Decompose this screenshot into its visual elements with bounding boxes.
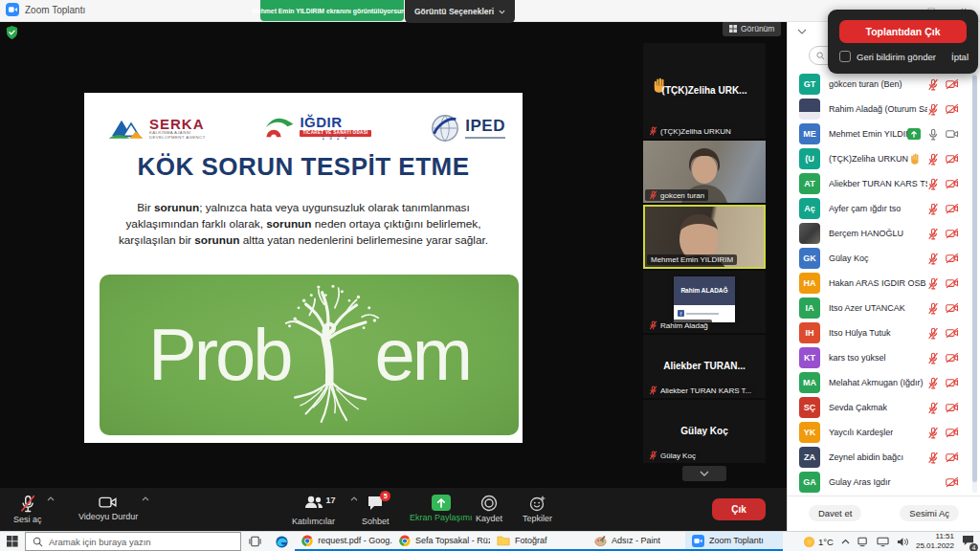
- mic-icon: [927, 327, 939, 340]
- edge-browser-button[interactable]: [268, 532, 295, 551]
- participant-row[interactable]: GT gökcen turan (Ben): [788, 72, 980, 97]
- mic-icon: [927, 203, 939, 215]
- taskbar-app[interactable]: Fotoğraf: [490, 532, 588, 551]
- taskbar-app[interactable]: Zoom Toplantı: [685, 532, 783, 551]
- video-tile[interactable]: Aliekber TURAN... Aliekber TURAN KARS T.…: [643, 335, 766, 398]
- participant-row[interactable]: AT Aliekber TURAN KARS TSO: [788, 171, 980, 196]
- zoom-icon: [692, 535, 704, 547]
- tile-name: Aliekber TURAN...: [643, 361, 766, 371]
- video-tile[interactable]: (TÇK)Zeliha URK... (TÇK)Zeliha URKUN: [643, 43, 766, 139]
- participants-panel: Katıl GT gökcen turan (Ben) Rahim Aladağ…: [787, 21, 980, 531]
- participant-name: Gülay Koç: [829, 253, 869, 263]
- chat-button[interactable]: 5 Sohbet: [362, 495, 390, 526]
- chrome-icon: [301, 535, 313, 547]
- mic-icon: [927, 178, 939, 190]
- mic-muted-icon: [649, 126, 657, 136]
- participant-row[interactable]: KT kars tso yüksel: [788, 345, 980, 370]
- taskbar-app[interactable]: Adsız - Paint: [588, 532, 685, 551]
- view-layout-button[interactable]: Görünüm: [723, 21, 781, 36]
- slide-title: KÖK SORUN TESPİT ETME: [84, 152, 523, 182]
- participant-row[interactable]: GA Gulay Aras Igdır: [788, 470, 980, 495]
- reactions-button[interactable]: Tepkiler: [523, 495, 552, 523]
- collapse-panel-icon[interactable]: [797, 29, 807, 34]
- notification-badge: 4: [969, 543, 978, 551]
- participant-name: Gulay Aras Igdır: [829, 477, 891, 487]
- taskbar-search-input[interactable]: Aramak için buraya yazın: [25, 532, 241, 551]
- feedback-checkbox[interactable]: [839, 51, 851, 62]
- start-button[interactable]: [0, 532, 25, 551]
- video-tile[interactable]: Rahim ALADAĞ f Rahim Aladağ: [643, 271, 766, 333]
- mic-muted-icon: [649, 451, 657, 460]
- device-icon[interactable]: [858, 537, 869, 547]
- video-tile[interactable]: Mehmet Emin YILDIRIM: [643, 205, 766, 269]
- task-view-icon: [249, 536, 261, 547]
- participant-row[interactable]: HA Hakan ARAS IGDIR OSB: [788, 271, 980, 296]
- camera-icon: [946, 476, 959, 488]
- taskbar-app[interactable]: Sefa Topsakal - Rüz...: [392, 532, 490, 551]
- leave-meeting-button[interactable]: Toplantıdan Çık: [839, 20, 967, 43]
- chevron-up-icon[interactable]: [47, 496, 55, 501]
- taskbar-app-label: request.pdf - Goog...: [318, 536, 392, 545]
- invite-button[interactable]: Davet et: [809, 505, 861, 521]
- search-icon: [33, 537, 43, 547]
- share-screen-button[interactable]: Ekran Paylaşımı: [410, 495, 473, 522]
- participant-row[interactable]: IA Itso Azer UTANCAK: [788, 296, 980, 320]
- video-tile[interactable]: gokcen turan: [643, 141, 766, 203]
- weather-icon: [804, 537, 814, 547]
- stop-video-button[interactable]: Videoyu Durdur: [78, 495, 138, 521]
- participant-row[interactable]: GK Gülay Koç: [788, 246, 980, 271]
- feedback-label: Geri bildirim gönder: [857, 52, 936, 62]
- participant-row[interactable]: Aç Ayfer çam ığdır tso: [788, 196, 980, 221]
- screen-share-icon: [907, 128, 921, 140]
- raised-hand-icon: [910, 153, 921, 165]
- participant-row[interactable]: YK Yaycılı Kardeşler: [788, 420, 980, 445]
- network-icon[interactable]: [877, 537, 889, 547]
- taskbar-app-label: Sefa Topsakal - Rüz...: [415, 536, 490, 545]
- participant-row[interactable]: IH Itso Hülya Tutuk: [788, 320, 980, 345]
- unmute-button[interactable]: Sesi aç: [13, 495, 42, 524]
- participants-button[interactable]: 17 Katılımcılar: [292, 495, 335, 526]
- chevron-up-icon[interactable]: [350, 496, 358, 501]
- camera-icon: [946, 277, 959, 289]
- mic-icon: [927, 277, 939, 290]
- avatar: MA: [799, 372, 820, 393]
- participant-name: Itso Azer UTANCAK: [829, 303, 905, 313]
- participant-row[interactable]: ME Mehmet Emin YILDIRIM: [788, 121, 980, 146]
- taskbar-clock[interactable]: 11:51 25.01.2022: [916, 532, 954, 550]
- participant-name: Itso Hülya Tutuk: [829, 328, 891, 338]
- presentation-slide: SERKA KALKINMA AJANSI DEVELOPMENT AGENCY…: [84, 93, 523, 443]
- taskbar-app-label: Adsız - Paint: [612, 536, 660, 545]
- tree-icon: [282, 279, 382, 430]
- notification-center-button[interactable]: 4: [962, 533, 974, 550]
- record-button[interactable]: Kaydet: [476, 495, 502, 523]
- participant-row[interactable]: MA Melahat Akmugan (Iğdır): [788, 370, 980, 395]
- speaker-icon[interactable]: [897, 537, 908, 547]
- chevron-up-icon[interactable]: [841, 539, 850, 544]
- camera-icon: [946, 128, 959, 140]
- view-options-button[interactable]: Görüntü Seçenekleri: [405, 0, 515, 23]
- participant-row[interactable]: Rahim Aladağ (Oturum Sahibi): [788, 97, 980, 121]
- security-shield-icon[interactable]: [6, 26, 18, 39]
- participant-row[interactable]: Berçem HANOĞLU: [788, 221, 980, 246]
- panel-scrollbar[interactable]: [972, 74, 977, 493]
- chevron-up-icon[interactable]: [142, 496, 149, 501]
- avatar: YK: [799, 422, 820, 443]
- participant-name: Yaycılı Kardeşler: [829, 428, 893, 437]
- video-tile[interactable]: Gülay Koç Gülay Koç: [643, 400, 766, 463]
- zoom-app-icon: [6, 3, 19, 16]
- leave-button[interactable]: Çık: [712, 498, 766, 520]
- more-videos-button[interactable]: [682, 466, 726, 481]
- unmute-me-button[interactable]: Sesimi Aç: [900, 505, 959, 521]
- avatar: GA: [799, 472, 820, 493]
- weather-widget[interactable]: 1°C: [804, 537, 834, 547]
- mic-muted-icon: [649, 320, 657, 330]
- taskbar-app[interactable]: request.pdf - Goog...: [295, 532, 392, 551]
- problem-text-right: em: [374, 319, 470, 391]
- task-view-button[interactable]: [241, 532, 268, 551]
- participant-row[interactable]: ZA Zeynel abidin bağcı: [788, 445, 980, 470]
- chrome-icon: [399, 535, 411, 547]
- iped-logo: IPED: [429, 112, 505, 144]
- participant-row[interactable]: (U (TÇK)Zeliha URKUN: [788, 146, 980, 171]
- cancel-button[interactable]: İptal: [951, 52, 969, 62]
- participant-row[interactable]: SÇ Sevda Çakmak: [788, 395, 980, 420]
